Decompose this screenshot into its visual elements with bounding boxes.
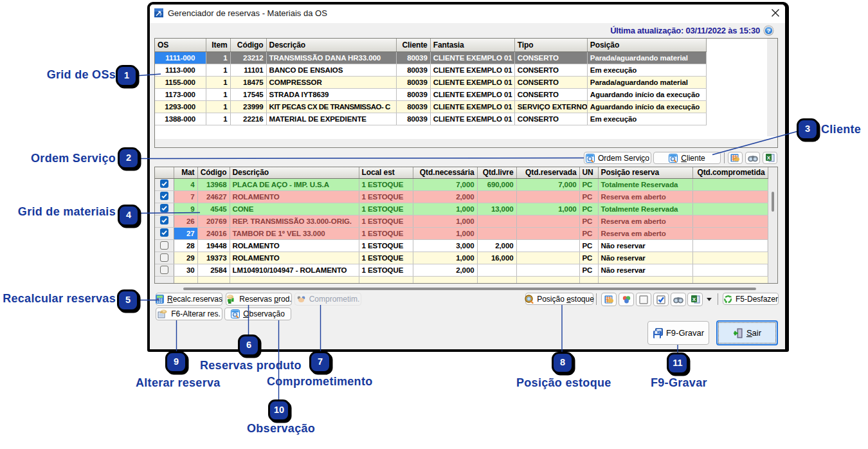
- svg-text:X: X: [692, 297, 696, 302]
- svg-text:?: ?: [767, 27, 771, 34]
- svg-text:X: X: [767, 155, 771, 161]
